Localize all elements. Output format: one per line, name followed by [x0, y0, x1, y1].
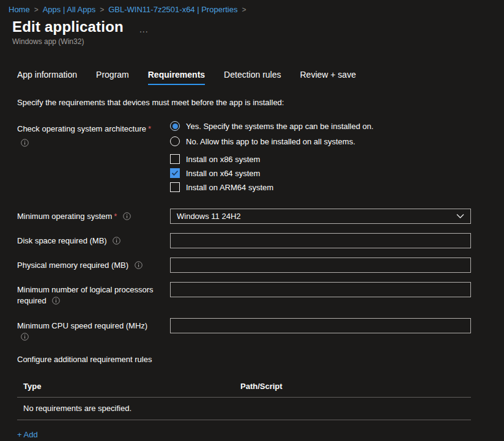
- physical-memory-row: Physical memory required (MB): [0, 258, 504, 273]
- breadcrumb-separator: >: [242, 6, 246, 14]
- breadcrumb-separator: >: [100, 6, 104, 14]
- disk-space-input[interactable]: [170, 233, 471, 248]
- os-architecture-options: Yes. Specify the systems the app can be …: [170, 121, 471, 196]
- checkbox-x64-label: Install on x64 system: [186, 169, 260, 178]
- wizard-tabs: App information Program Requirements Det…: [17, 70, 504, 85]
- app-type-subtitle: Windows app (Win32): [12, 37, 504, 46]
- cpu-speed-row: Minimum CPU speed required (MHz): [0, 318, 504, 343]
- physical-memory-label: Physical memory required (MB): [17, 258, 170, 271]
- page-header: Edit application ... Windows app (Win32): [0, 18, 504, 46]
- edit-application-page: Home > Apps | All Apps > GBL-WIN11-7z250…: [0, 0, 504, 441]
- required-asterisk: *: [114, 212, 117, 221]
- minimum-os-label-text: Minimum operating system: [17, 212, 112, 221]
- requirements-intro-text: Specify the requirements that devices mu…: [17, 98, 504, 107]
- checkbox-install-arm64[interactable]: Install on ARM64 system: [170, 182, 471, 192]
- cpu-speed-input[interactable]: [170, 318, 471, 333]
- required-asterisk: *: [148, 124, 151, 133]
- chevron-down-icon: [456, 213, 464, 219]
- checkbox-arm64-label: Install on ARM64 system: [186, 183, 273, 192]
- radio-no-label: No. Allow this app to be installed on al…: [186, 137, 355, 146]
- breadcrumb-home[interactable]: Home: [9, 5, 30, 14]
- breadcrumb-app-properties[interactable]: GBL-WIN11-7z2501-x64 | Properties: [108, 5, 237, 14]
- table-divider: [17, 420, 471, 420]
- tab-program[interactable]: Program: [96, 70, 129, 85]
- empty-table-message: No requirements are specified.: [17, 398, 471, 420]
- os-architecture-label: Check operating system architecture*: [17, 121, 170, 149]
- os-architecture-row: Check operating system architecture* Yes…: [0, 121, 504, 196]
- breadcrumb-separator: >: [34, 6, 39, 14]
- info-icon[interactable]: [21, 333, 29, 341]
- breadcrumb: Home > Apps | All Apps > GBL-WIN11-7z250…: [0, 0, 504, 14]
- info-icon[interactable]: [123, 212, 131, 220]
- logical-processors-label: Minimum number of logical processors req…: [17, 282, 170, 306]
- requirements-form: Check operating system architecture* Yes…: [0, 121, 504, 343]
- physical-memory-label-text: Physical memory required (MB): [17, 261, 128, 270]
- logical-processors-input[interactable]: [170, 282, 471, 297]
- column-header-type: Type: [23, 382, 240, 391]
- checkbox-unchecked-icon: [170, 154, 180, 164]
- radio-no-allow-all-systems[interactable]: No. Allow this app to be installed on al…: [170, 136, 471, 146]
- breadcrumb-apps-all-apps[interactable]: Apps | All Apps: [43, 5, 96, 14]
- add-requirement-rule-link[interactable]: + Add: [17, 430, 38, 439]
- checkbox-install-x86[interactable]: Install on x86 system: [170, 154, 471, 164]
- requirement-rules-table: Type Path/Script No requirements are spe…: [17, 382, 471, 420]
- tab-review-save[interactable]: Review + save: [300, 70, 356, 85]
- column-header-path-script: Path/Script: [240, 382, 471, 391]
- checkbox-x86-label: Install on x86 system: [186, 155, 260, 164]
- more-options-button[interactable]: ...: [139, 20, 149, 34]
- minimum-os-row: Minimum operating system* Windows 11 24H…: [0, 209, 504, 224]
- logical-processors-row: Minimum number of logical processors req…: [0, 282, 504, 306]
- logical-processors-label-text: Minimum number of logical processors req…: [17, 285, 154, 305]
- info-icon[interactable]: [21, 139, 29, 147]
- info-icon[interactable]: [113, 237, 120, 245]
- minimum-os-label: Minimum operating system*: [17, 209, 170, 222]
- tab-requirements[interactable]: Requirements: [148, 70, 205, 85]
- physical-memory-input[interactable]: [170, 258, 471, 273]
- additional-rules-title: Configure additional requirement rules: [17, 355, 504, 364]
- radio-yes-label: Yes. Specify the systems the app can be …: [186, 122, 374, 131]
- cpu-speed-label: Minimum CPU speed required (MHz): [17, 318, 170, 343]
- cpu-speed-label-text: Minimum CPU speed required (MHz): [17, 321, 147, 330]
- disk-space-label-text: Disk space required (MB): [17, 236, 107, 245]
- disk-space-label: Disk space required (MB): [17, 233, 170, 246]
- table-header-row: Type Path/Script: [17, 382, 471, 397]
- checkbox-install-x64[interactable]: Install on x64 system: [170, 168, 471, 178]
- radio-yes-specify-systems[interactable]: Yes. Specify the systems the app can be …: [170, 121, 471, 131]
- tab-app-information[interactable]: App information: [17, 70, 77, 85]
- tab-detection-rules[interactable]: Detection rules: [224, 70, 281, 85]
- minimum-os-selected-value: Windows 11 24H2: [177, 212, 241, 221]
- disk-space-row: Disk space required (MB): [0, 233, 504, 248]
- checkbox-checked-icon: [170, 168, 180, 178]
- radio-button-icon: [170, 136, 180, 146]
- architecture-checkbox-group: Install on x86 system Install on x64 sys…: [170, 154, 471, 192]
- info-icon[interactable]: [135, 261, 143, 269]
- page-title: Edit application: [12, 18, 124, 35]
- info-icon[interactable]: [52, 297, 60, 305]
- checkbox-unchecked-icon: [170, 182, 180, 192]
- radio-button-selected-icon: [170, 121, 180, 131]
- minimum-os-dropdown[interactable]: Windows 11 24H2: [170, 209, 471, 224]
- os-architecture-label-text: Check operating system architecture: [17, 124, 146, 133]
